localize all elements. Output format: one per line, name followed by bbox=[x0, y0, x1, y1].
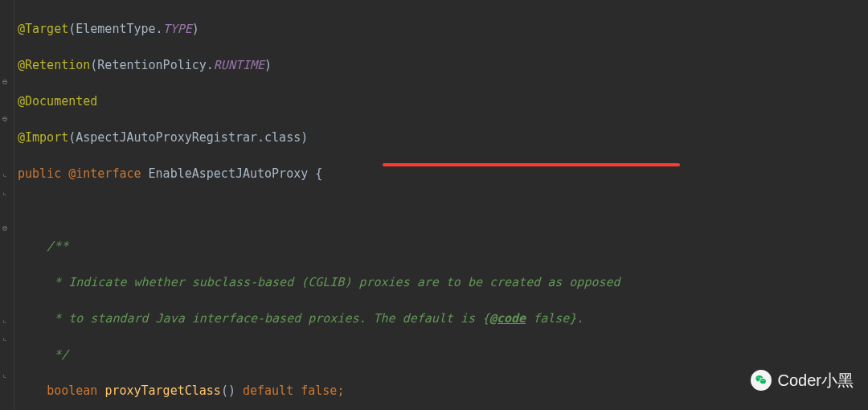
fold-toggle-icon[interactable]: ⊖ bbox=[2, 113, 7, 125]
fold-end-icon[interactable]: ⌞ bbox=[2, 314, 7, 326]
type-declaration: public @interface EnableAspectJAutoProxy… bbox=[18, 165, 868, 183]
fold-end-icon[interactable]: ⌞ bbox=[2, 331, 7, 343]
blank-line bbox=[18, 201, 868, 219]
fold-end-icon[interactable]: ⌞ bbox=[2, 167, 7, 179]
watermark: Coder小黑 bbox=[751, 368, 854, 392]
javadoc-line: */ bbox=[18, 346, 868, 364]
javadoc-line: * to standard Java interface-based proxi… bbox=[18, 310, 868, 328]
javadoc-line: /** bbox=[18, 237, 868, 256]
javadoc-line: * Indicate whether subclass-based (CGLIB… bbox=[18, 273, 868, 292]
annotation-import: @Import(AspectJAutoProxyRegistrar.class) bbox=[18, 129, 868, 147]
fold-end-icon[interactable]: ⌞ bbox=[2, 186, 7, 198]
fold-end-icon[interactable]: ⌞ bbox=[2, 368, 7, 380]
highlight-underline bbox=[383, 163, 680, 166]
fold-toggle-icon[interactable]: ⊖ bbox=[2, 76, 7, 88]
annotation-target: @Target(ElementType.TYPE) bbox=[18, 20, 868, 39]
code-editor[interactable]: ⊖ ⊖ ⌞ ⌞ ⊖ ⌞ ⌞ ⌞ @Target(ElementType.TYPE… bbox=[0, 0, 868, 410]
method-proxyTargetClass: boolean proxyTargetClass() default false… bbox=[18, 382, 868, 400]
fold-toggle-icon[interactable]: ⊖ bbox=[2, 222, 7, 234]
wechat-icon bbox=[751, 370, 772, 391]
watermark-text: Coder小黑 bbox=[778, 368, 854, 392]
gutter: ⊖ ⊖ ⌞ ⌞ ⊖ ⌞ ⌞ ⌞ bbox=[0, 0, 14, 410]
code-area[interactable]: @Target(ElementType.TYPE) @Retention(Ret… bbox=[14, 0, 868, 410]
annotation-documented: @Documented bbox=[18, 92, 868, 111]
annotation-retention: @Retention(RetentionPolicy.RUNTIME) bbox=[18, 56, 868, 75]
